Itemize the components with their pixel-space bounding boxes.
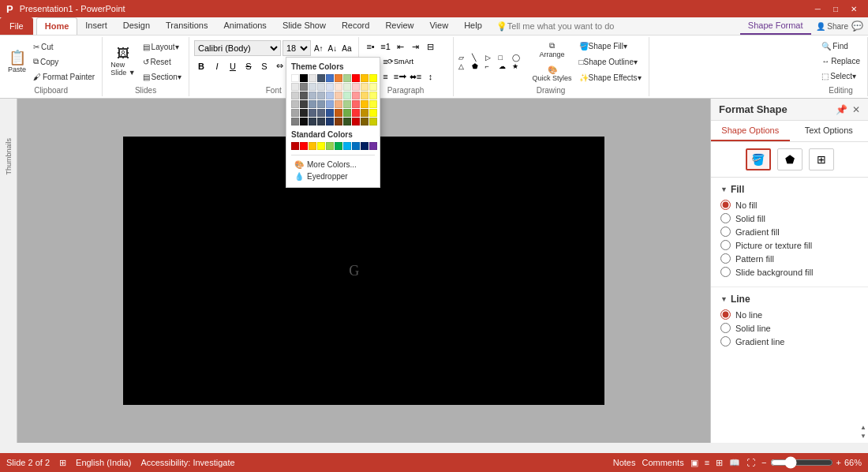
zoom-out-button[interactable]: − <box>761 458 766 467</box>
color-cell[interactable] <box>352 100 360 108</box>
tab-transitions[interactable]: Transitions <box>158 17 215 35</box>
shape-icon-2[interactable]: ╲ <box>472 54 485 62</box>
text-options-tab[interactable]: Text Options <box>790 121 869 141</box>
shape-icon-9[interactable]: ☁ <box>499 62 511 70</box>
shape-icon-10[interactable]: ★ <box>512 62 525 70</box>
color-cell[interactable] <box>335 83 342 91</box>
color-cell[interactable] <box>335 74 342 82</box>
bold-button[interactable]: B <box>194 59 208 73</box>
search-input[interactable] <box>507 21 634 31</box>
shape-icon-8[interactable]: ⌐ <box>485 62 498 70</box>
tab-view[interactable]: View <box>421 17 456 35</box>
color-cell[interactable] <box>291 118 299 125</box>
color-cell[interactable] <box>317 109 325 117</box>
fill-line-icon-tab[interactable]: 🪣 <box>746 148 771 170</box>
color-cell[interactable] <box>369 100 377 108</box>
standard-color-cell[interactable] <box>335 142 342 150</box>
color-cell[interactable] <box>369 92 377 99</box>
size-icon-tab[interactable]: ⊞ <box>809 148 834 170</box>
strikethrough-button[interactable]: S <box>241 59 256 73</box>
view-slide-sorter-button[interactable]: ⊞ <box>716 458 723 468</box>
color-cell[interactable] <box>335 118 342 125</box>
color-cell[interactable] <box>326 100 334 108</box>
arrange-button[interactable]: ⧉ Arrange <box>529 39 575 61</box>
line-section-header[interactable]: ▼ Line <box>720 294 859 305</box>
color-cell[interactable] <box>309 92 316 99</box>
color-cell[interactable] <box>361 118 369 125</box>
shape-icon-6[interactable]: △ <box>458 62 471 70</box>
align-center-button[interactable]: ≡ <box>379 69 393 84</box>
picture-fill-radio[interactable] <box>720 240 731 250</box>
comments-button[interactable]: Comments <box>642 458 683 467</box>
color-cell[interactable] <box>291 100 299 108</box>
color-cell[interactable] <box>352 92 360 99</box>
shape-icon-3[interactable]: ▷ <box>485 54 498 62</box>
color-cell[interactable] <box>343 109 351 117</box>
tab-insert[interactable]: Insert <box>77 17 115 35</box>
color-cell[interactable] <box>361 109 369 117</box>
color-cell[interactable] <box>317 74 325 82</box>
color-cell[interactable] <box>291 92 299 99</box>
scroll-down-button[interactable]: ▼ <box>860 433 866 440</box>
color-cell[interactable] <box>352 118 360 125</box>
new-slide-button[interactable]: 🖼 NewSlide ▼ <box>107 45 138 78</box>
gradient-fill-radio[interactable] <box>720 227 731 237</box>
color-cell[interactable] <box>361 74 369 82</box>
view-reading-button[interactable]: 📖 <box>729 458 740 468</box>
shape-icon-7[interactable]: ⬟ <box>472 62 485 70</box>
fill-section-header[interactable]: ▼ Fill <box>720 184 859 195</box>
color-cell[interactable] <box>300 83 308 91</box>
increase-indent-button[interactable]: ⇥ <box>409 39 423 54</box>
decrease-indent-button[interactable]: ⇤ <box>394 39 408 54</box>
standard-color-cell[interactable] <box>326 142 334 150</box>
comments-icon[interactable]: 💬 <box>851 21 863 32</box>
pattern-fill-radio[interactable] <box>720 253 731 264</box>
color-cell[interactable] <box>309 109 316 117</box>
color-cell[interactable] <box>300 118 308 125</box>
view-normal-button[interactable]: ▣ <box>690 458 698 468</box>
color-cell[interactable] <box>352 109 360 117</box>
tab-review[interactable]: Review <box>377 17 421 35</box>
color-cell[interactable] <box>291 83 299 91</box>
color-cell[interactable] <box>369 74 377 82</box>
color-cell[interactable] <box>335 100 342 108</box>
tab-design[interactable]: Design <box>115 17 158 35</box>
color-cell[interactable] <box>361 83 369 91</box>
color-cell[interactable] <box>309 83 316 91</box>
color-cell[interactable] <box>361 100 369 108</box>
numbering-button[interactable]: ≡1 <box>379 39 393 54</box>
select-button[interactable]: ⬚ Select ▾ <box>819 69 859 83</box>
color-cell[interactable] <box>369 83 377 91</box>
standard-color-cell[interactable] <box>361 142 369 150</box>
color-cell[interactable] <box>335 109 342 117</box>
slide-background-fill-radio[interactable] <box>720 267 731 277</box>
shape-options-tab[interactable]: Shape Options <box>711 121 790 141</box>
color-cell[interactable] <box>291 109 299 117</box>
increase-font-button[interactable]: A↑ <box>312 43 325 54</box>
shadow-button[interactable]: S <box>257 59 271 73</box>
color-cell[interactable] <box>343 92 351 99</box>
shape-icon-5[interactable]: ◯ <box>512 54 525 62</box>
zoom-slider[interactable] <box>770 456 833 469</box>
reset-button[interactable]: ↺ Reset <box>140 54 184 69</box>
shape-icon-1[interactable]: ▱ <box>458 54 471 62</box>
font-size-select[interactable]: 18 <box>282 40 311 56</box>
convert-smartart-button[interactable]: ⟳SmArt <box>394 54 408 69</box>
panel-close-button[interactable]: ✕ <box>852 104 860 115</box>
no-line-radio[interactable] <box>720 309 731 320</box>
color-cell[interactable] <box>291 74 299 82</box>
notes-button[interactable]: Notes <box>613 458 636 467</box>
gradient-line-radio[interactable] <box>720 336 731 347</box>
color-cell[interactable] <box>343 118 351 125</box>
color-cell[interactable] <box>326 74 334 82</box>
panel-pin-button[interactable]: 📌 <box>836 104 847 115</box>
tab-help[interactable]: Help <box>456 17 490 35</box>
view-presenter-button[interactable]: ⛶ <box>746 458 755 467</box>
color-cell[interactable] <box>309 100 316 108</box>
columns-button[interactable]: ⊟ <box>424 39 438 54</box>
font-family-select[interactable]: Calibri (Body) <box>194 40 281 56</box>
color-cell[interactable] <box>300 100 308 108</box>
solid-line-radio[interactable] <box>720 323 731 333</box>
italic-button[interactable]: I <box>210 59 224 73</box>
bullets-button[interactable]: ≡• <box>364 39 378 54</box>
